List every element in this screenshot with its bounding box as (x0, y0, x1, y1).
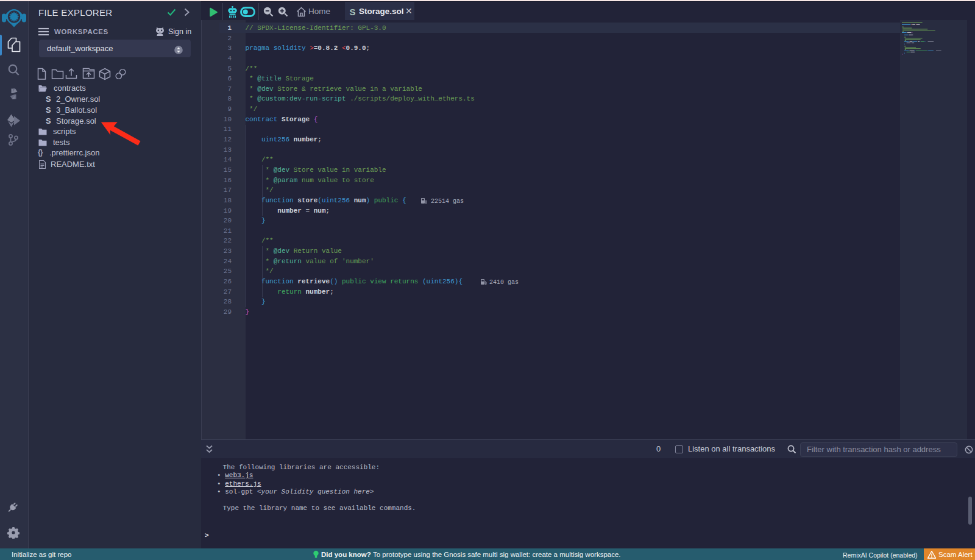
svg-text:S: S (349, 7, 355, 17)
